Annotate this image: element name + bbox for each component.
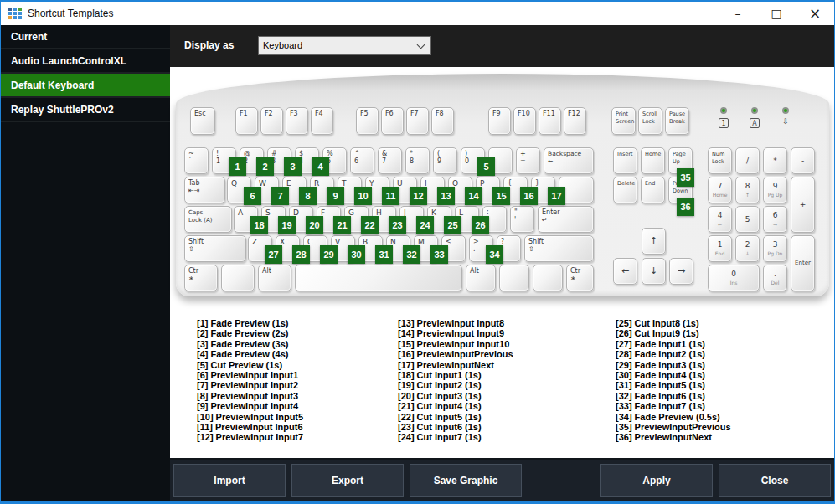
legend-entry: [36] PreviewInputNext [616, 432, 731, 442]
shortcut-badge: 24 [416, 216, 434, 234]
keyboard-key: Enter [791, 235, 815, 291]
keyboard-key: ↓ [642, 258, 666, 285]
legend-entry: [19] Cut Input2 (1s) [398, 380, 513, 390]
keyboard-key: End [641, 177, 665, 203]
legend-entry: [29] Fade Input3 (1s) [616, 360, 731, 370]
legend-entry: [8] PreviewInput Input3 [197, 391, 303, 401]
shortcut-badge: 17 [548, 187, 565, 205]
export-button[interactable]: Export [291, 464, 404, 497]
shortcut-badge: 14 [465, 187, 482, 205]
template-list-sidebar: CurrentAudio LaunchControlXLDefault Keyb… [1, 25, 170, 501]
led-dot [720, 107, 727, 114]
keyboard-led: ⇩ [776, 107, 795, 126]
keyboard-key: F10 [513, 107, 536, 135]
shortcut-badge: 19 [278, 216, 296, 234]
shortcut-badge: 31 [375, 245, 393, 264]
legend-entry: [2] Fade Preview (2s) [197, 328, 303, 338]
app-icon-tile [8, 16, 12, 19]
shortcut-badge: 33 [430, 245, 448, 264]
keyboard-key [221, 265, 255, 291]
shortcut-badge: 28 [292, 245, 310, 264]
apply-button[interactable]: Apply [600, 464, 713, 497]
keyboard-key: PageUp35 [668, 147, 693, 174]
keyboard-key: Z27 [248, 235, 272, 262]
legend-entry: [11] PreviewInput Input6 [197, 422, 303, 432]
shortcut-badge: 9 [327, 187, 344, 205]
keyboard-key: 0Ins [708, 265, 760, 291]
shortcut-badge: 35 [677, 168, 694, 187]
keyboard-key: ~` [184, 147, 209, 174]
import-button[interactable]: Import [173, 464, 286, 497]
legend-entry: [33] Fade Input7 (1s) [616, 401, 731, 411]
keyboard-key: F6 [381, 107, 404, 135]
keyboard-key: &7 [378, 147, 402, 174]
app-icon-tile [13, 8, 17, 11]
led-dot [782, 107, 789, 114]
keyboard-key: 1End [708, 235, 732, 262]
shortcut-badge: 20 [306, 216, 323, 234]
keyboard-key: F4 [311, 107, 333, 135]
legend-entry: [23] Cut Input6 (1s) [398, 422, 513, 432]
keyboard-key: F7 [406, 107, 429, 135]
legend-entry: [4] Fade Preview (4s) [197, 349, 303, 359]
keyboard-key: F1 [235, 107, 258, 135]
display-as-dropdown[interactable]: Keyboard [258, 36, 431, 55]
shortcut-badge: 2 [256, 157, 274, 176]
sidebar-item-current[interactable]: Current [1, 25, 170, 49]
save-graphic-button[interactable]: Save Graphic [410, 464, 522, 497]
keyboard-key: / [735, 147, 760, 174]
legend-entry: [28] Fade Input2 (1s) [616, 349, 731, 359]
shortcut-badge: 27 [265, 245, 282, 264]
close-button[interactable]: Close [719, 464, 831, 497]
titlebar[interactable]: Shortcut Templates –□× [1, 2, 834, 25]
legend-entry: [24] Cut Input7 (1s) [398, 432, 513, 442]
footer-button-bar: ImportExportSave Graphic ApplyClose [170, 458, 834, 501]
led-icon: ⇩ [776, 117, 795, 126]
close-button[interactable]: × [796, 2, 834, 25]
keyboard-key: + [791, 177, 815, 233]
sidebar-item-replay-shuttleprov2[interactable]: Replay ShuttlePROv2 [1, 98, 170, 122]
keyboard-key: NumLock [708, 147, 732, 174]
maximize-button[interactable]: □ [757, 2, 796, 25]
legend-entry: [18] Cut Input1 (1s) [398, 370, 513, 380]
main-area: CurrentAudio LaunchControlXLDefault Keyb… [1, 25, 834, 501]
shortcut-badge: 30 [348, 245, 365, 264]
keyboard-key: → [669, 258, 693, 285]
app-icon-tile [18, 8, 22, 11]
shortcut-badge: 26 [472, 216, 489, 234]
shortcut-badge: 4 [312, 157, 329, 176]
minimize-button[interactable]: – [719, 2, 757, 25]
shortcut-templates-window: Shortcut Templates –□× CurrentAudio Laun… [0, 0, 835, 504]
shortcut-badge: 22 [361, 216, 379, 234]
keyboard-key: Tab⇤⇥ [184, 177, 225, 203]
keyboard-panel: EscF1F2F3F4F5F6F7F8F9F10F11F12PrintScree… [170, 67, 834, 458]
legend-entry: [1] Fade Preview (1s) [197, 318, 303, 328]
sidebar-item-audio-launchcontrolxl[interactable]: Audio LaunchControlXL [1, 49, 170, 74]
shortcut-badge: 12 [410, 187, 427, 205]
legend-entry: [7] PreviewInput Input2 [197, 380, 303, 390]
keyboard-key: Delete [613, 177, 637, 203]
shortcut-badge: 7 [271, 187, 289, 205]
keyboard-key: Ctr∗ [184, 265, 218, 291]
keyboard-key: Ctr∗ [566, 265, 594, 291]
footer-left-buttons: ImportExportSave Graphic [173, 464, 522, 497]
legend-entry: [21] Cut Input4 (1s) [398, 401, 513, 411]
app-icon [8, 8, 22, 19]
keyboard-key [499, 265, 529, 291]
shortcut-badge: 29 [320, 245, 338, 264]
keyboard-key [295, 265, 462, 291]
legend-column: [25] Cut Input8 (1s)[26] Cut Input9 (1s)… [616, 318, 731, 443]
shortcut-badge: 5 [477, 157, 495, 176]
keyboard-key: ← [613, 258, 637, 285]
shortcut-badge: 1 [229, 157, 246, 176]
shortcut-badge: 8 [299, 187, 317, 205]
keyboard-key: F2 [260, 107, 283, 135]
window-title: Shortcut Templates [28, 8, 114, 19]
sidebar-item-default-keyboard[interactable]: Default Keyboard [1, 74, 170, 98]
keyboard-key: ScrollLock [638, 107, 662, 135]
legend-entry: [5] Cut Preview (1s) [197, 360, 303, 370]
app-icon-tile [18, 16, 22, 19]
keyboard-key: 3Pg Dn [763, 235, 787, 262]
keyboard-key: PauseBreak [665, 107, 689, 135]
legend-column: [1] Fade Preview (1s)[2] Fade Preview (2… [197, 318, 303, 443]
